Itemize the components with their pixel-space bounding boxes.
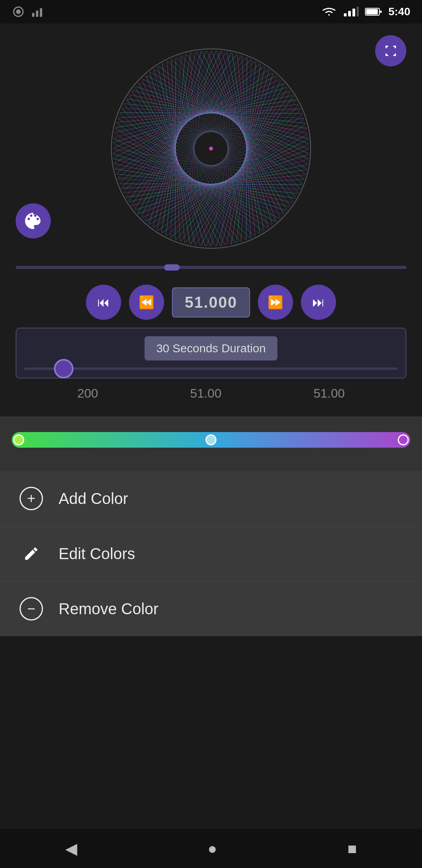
signal-bars-icon [343,6,359,17]
svg-rect-11 [380,11,382,13]
minus-icon: − [20,597,43,621]
spiral-svg: // This won't run inside SVG in HTML - u… [102,39,320,258]
svg-rect-5 [344,13,347,16]
values-row: 200 51.00 51.00 [8,378,414,409]
sim-icon [12,5,25,18]
signal-icon [31,5,45,18]
viz-area: // This won't run inside SVG in HTML - u… [0,23,422,416]
value-1: 200 [77,386,98,401]
fast-forward-button[interactable]: ⏩ [258,285,293,320]
duration-slider-track[interactable] [24,368,398,370]
duration-thumb[interactable] [54,359,73,378]
add-color-item[interactable]: + Add Color [0,471,422,526]
svg-rect-4 [40,8,42,17]
recents-button[interactable]: ■ [347,840,357,857]
status-right: 5:40 [321,5,410,18]
value-3: 51.00 [313,386,345,401]
time-value-display: 51.000 [172,287,250,317]
value-2: 51.00 [190,386,222,401]
add-color-label: Add Color [59,490,128,508]
back-button[interactable]: ◀ [65,839,77,857]
fullscreen-button[interactable] [375,35,406,66]
gradient-stop-right[interactable] [398,434,409,445]
color-panel [0,416,422,471]
wifi-icon [321,6,337,17]
gradient-stop-mid[interactable] [206,434,216,445]
svg-rect-8 [357,7,359,16]
transport-controls: ⏮ ⏪ 51.000 ⏩ ⏭ [8,285,414,320]
pencil-icon [23,545,39,562]
palette-icon [23,211,43,231]
remove-color-label: Remove Color [59,600,159,618]
svg-rect-7 [352,9,355,16]
rewind-button[interactable]: ⏪ [129,285,164,320]
fullscreen-icon [383,43,399,59]
menu-items: + Add Color Edit Colors − Remove Color [0,471,422,636]
duration-panel: 30 Seconds Duration [16,328,406,378]
nav-bar: ◀ ● ■ [0,829,422,868]
svg-point-193 [209,147,213,151]
status-bar: 5:40 [0,0,422,23]
battery-icon [365,7,382,16]
duration-tooltip: 30 Seconds Duration [145,336,277,360]
timeline-thumb[interactable] [164,264,180,271]
svg-rect-2 [32,13,34,17]
status-left-icons [12,5,45,18]
svg-rect-3 [36,11,38,17]
circle-visualization: // This won't run inside SVG in HTML - u… [102,39,320,258]
home-button[interactable]: ● [207,840,217,857]
edit-colors-item[interactable]: Edit Colors [0,526,422,581]
edit-icon [20,542,43,565]
palette-button[interactable] [16,203,51,239]
svg-point-1 [16,9,21,14]
svg-rect-6 [348,11,351,16]
gradient-stop-left[interactable] [13,434,24,445]
skip-to-start-button[interactable]: ⏮ [86,285,121,320]
edit-colors-label: Edit Colors [59,545,135,563]
remove-color-item[interactable]: − Remove Color [0,581,422,636]
timeline-track[interactable] [16,266,406,269]
skip-to-end-button[interactable]: ⏭ [301,285,336,320]
timeline-container [8,262,414,273]
svg-rect-10 [366,9,378,14]
time-display: 5:40 [388,5,410,18]
add-icon: + [20,487,43,510]
gradient-bar[interactable] [12,432,410,448]
